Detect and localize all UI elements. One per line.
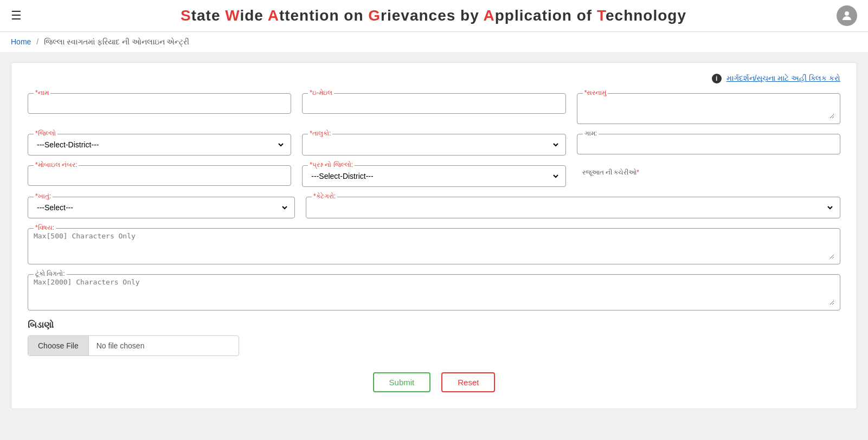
title-s: S xyxy=(181,7,191,24)
subject-field-wrapper: *વિષય: xyxy=(28,228,840,264)
address-field-col: *સરનામું xyxy=(577,93,840,124)
taluko-field-wrapper: *તાલુકો: xyxy=(302,134,565,156)
title-t: T xyxy=(597,7,606,24)
problem-district-wrapper: *પ્રશ્ન નો જિલ્લો: ---Select-District--- xyxy=(302,165,565,187)
no-file-label: No file chosen xyxy=(89,336,239,355)
name-label: *નામ xyxy=(34,89,50,96)
category-field-wrapper: *કેટેગરો: xyxy=(306,197,840,218)
title-ttention: ttention on xyxy=(279,7,368,24)
address-label: *સરનામું xyxy=(583,89,608,96)
title-g: G xyxy=(368,7,381,24)
email-input[interactable] xyxy=(308,97,560,110)
form-row-2: *જિલ્લો ---Select-District--- *તાલુકો: ગ… xyxy=(28,134,840,156)
problem-district-select[interactable]: ---Select-District--- xyxy=(308,169,560,183)
khatu-field-wrapper: *ખાતું: ---Select--- xyxy=(28,197,295,218)
avatar[interactable] xyxy=(837,5,857,26)
subject-field-col: *વિષય: xyxy=(28,228,840,264)
mobile-field-col: *મોબાઇલ નંબર: xyxy=(28,165,291,187)
taluko-label: *તાલુકો: xyxy=(308,130,332,137)
info-icon: i xyxy=(712,74,722,83)
file-input-wrapper: Choose File No file chosen xyxy=(28,335,239,356)
email-field-col: *ઇ-મેઇલ xyxy=(302,93,565,124)
subject-label: *વિષય: xyxy=(34,224,56,231)
attachment-title: બિડાણો xyxy=(28,320,840,330)
form-row-6: ટૂંકો વિગતો: xyxy=(28,274,840,310)
email-label: *ઇ-મેઇલ xyxy=(308,89,334,96)
name-field-wrapper: *નામ xyxy=(28,93,291,114)
category-label: *કેટેગરો: xyxy=(312,192,337,200)
short-details-label: ટૂંકો વિગતો: xyxy=(34,270,67,277)
representation-wrapper: રજૂઆત ની કચેરીઓ* xyxy=(577,165,840,182)
title-tate: tate xyxy=(191,7,226,24)
attachment-section: બિડાણો Choose File No file chosen xyxy=(28,320,840,356)
guidance-section: i માર્ગદર્શન/સૂચના માટે અહીં ક્લિક કરો xyxy=(28,74,840,83)
form-row-3: *મોબાઇલ નંબર: *પ્રશ્ન નો જિલ્લો: ---Sele… xyxy=(28,165,840,187)
guidance-link[interactable]: માર્ગદર્શન/સૂચના માટે અહીં ક્લિક કરો xyxy=(726,74,840,82)
breadcrumb: Home / જિલ્લા સ્વાગતમાં ફરિયાદ ની ઓનલાઇન… xyxy=(0,32,868,53)
title-echnology: echnology xyxy=(606,7,686,24)
app-title: State Wide Attention on Grievances by Ap… xyxy=(30,7,837,24)
problem-district-label: *પ્રશ્ન નો જિલ્લો: xyxy=(308,161,355,169)
submit-button[interactable]: Submit xyxy=(373,372,431,392)
khatu-select[interactable]: ---Select--- xyxy=(34,200,289,215)
title-rievances: rievances by xyxy=(381,7,483,24)
village-input[interactable] xyxy=(583,138,834,151)
subject-textarea[interactable] xyxy=(34,232,834,259)
mobile-input[interactable] xyxy=(34,169,285,182)
main-form-container: i માર્ગદર્શન/સૂચના માટે અહીં ક્લિક કરો *… xyxy=(11,62,857,409)
khatu-label: *ખાતું: xyxy=(34,192,53,200)
breadcrumb-current: જિલ્લા સ્વાગતમાં ફરિયાદ ની ઓનલાઇન એન્ટ્ર… xyxy=(44,37,189,46)
short-details-wrapper: ટૂંકો વિગતો: xyxy=(28,274,840,310)
short-details-col: ટૂંકો વિગતો: xyxy=(28,274,840,310)
problem-district-col: *પ્રશ્ન નો જિલ્લો: ---Select-District--- xyxy=(302,165,565,187)
district-field-wrapper: *જિલ્લો ---Select-District--- xyxy=(28,134,291,156)
title-w: W xyxy=(225,7,240,24)
representation-col: રજૂઆત ની કચેરીઓ* xyxy=(577,165,840,187)
form-actions: Submit Reset xyxy=(28,372,840,392)
mobile-field-wrapper: *મોબાઇલ નંબર: xyxy=(28,165,291,186)
village-field-wrapper: ગામ: xyxy=(577,134,840,154)
choose-file-button[interactable]: Choose File xyxy=(28,336,89,355)
form-row-4: *ખાતું: ---Select--- *કેટેગરો: xyxy=(28,197,840,218)
name-field-col: *નામ xyxy=(28,93,291,124)
address-field-wrapper: *સરનામું xyxy=(577,93,840,124)
title-a2: A xyxy=(484,7,495,24)
village-field-col: ગામ: xyxy=(577,134,840,156)
form-row-1: *નામ *ઇ-મેઇલ *સરનામું xyxy=(28,93,840,124)
district-label: *જિલ્લો xyxy=(34,130,57,137)
taluko-select[interactable] xyxy=(308,138,560,152)
district-select[interactable]: ---Select-District--- xyxy=(34,138,285,152)
hamburger-menu-icon[interactable]: ☰ xyxy=(11,9,22,23)
short-details-textarea[interactable] xyxy=(34,278,834,305)
taluko-field-col: *તાલુકો: xyxy=(302,134,565,156)
title-ide: ide xyxy=(240,7,267,24)
form-row-5: *વિષય: xyxy=(28,228,840,264)
email-field-wrapper: *ઇ-મેઇલ xyxy=(302,93,565,114)
name-input[interactable] xyxy=(34,97,285,110)
category-field-col: *કેટેગરો: xyxy=(306,197,840,218)
header: ☰ State Wide Attention on Grievances by … xyxy=(0,0,868,32)
title-a: A xyxy=(268,7,279,24)
svg-point-0 xyxy=(845,11,849,16)
breadcrumb-home[interactable]: Home xyxy=(11,37,31,46)
district-field-col: *જિલ્લો ---Select-District--- xyxy=(28,134,291,156)
khatu-field-col: *ખાતું: ---Select--- xyxy=(28,197,295,218)
title-pplication: pplication of xyxy=(495,7,597,24)
reset-button[interactable]: Reset xyxy=(441,372,495,392)
mobile-label: *મોબાઇલ નંબર: xyxy=(34,161,79,169)
village-label: ગામ: xyxy=(583,130,599,137)
breadcrumb-separator: / xyxy=(36,37,38,46)
representation-req: * xyxy=(636,169,639,176)
category-select[interactable] xyxy=(312,200,834,215)
representation-label: રજૂઆત ની કચેરીઓ* xyxy=(582,169,835,176)
address-textarea[interactable] xyxy=(583,97,834,119)
